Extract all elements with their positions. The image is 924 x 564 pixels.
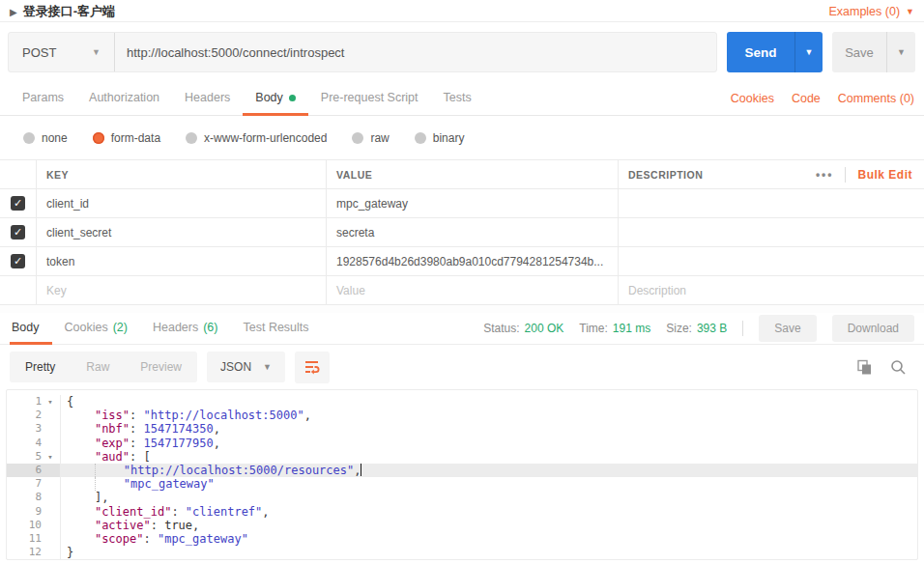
collapse-arrow-icon[interactable]: ▶ <box>10 7 17 17</box>
radio-icon <box>415 132 426 144</box>
language-select[interactable]: JSON ▼ <box>207 352 285 382</box>
body-mode-form-data[interactable]: form-data <box>93 131 160 145</box>
description-cell[interactable] <box>619 218 924 246</box>
code-line[interactable]: 11 "scope": "mpc_gateway" <box>7 532 917 546</box>
link-comments-[interactable]: Comments (0) <box>838 92 914 105</box>
key-cell[interactable]: token <box>37 247 327 275</box>
row-checkbox[interactable]: ✓ <box>11 225 25 240</box>
row-check-cell: ✓ <box>0 247 37 275</box>
line-content: } <box>61 546 73 559</box>
code-line[interactable]: 10 "active": true, <box>7 519 917 532</box>
description-cell[interactable] <box>619 247 924 275</box>
description-header-label: DESCRIPTION <box>628 169 703 181</box>
body-mode-none[interactable]: none <box>23 131 68 145</box>
response-tab-headers[interactable]: Headers(6) <box>140 313 231 345</box>
tab-label: Tests <box>444 91 472 104</box>
more-options-icon[interactable]: ••• <box>816 168 834 182</box>
line-number: 10 <box>7 519 42 532</box>
response-tab-test-results[interactable]: Test Results <box>230 313 321 345</box>
bulk-edit-link[interactable]: Bulk Edit <box>857 168 912 182</box>
save-response-button[interactable]: Save <box>759 315 816 342</box>
tab-authorization[interactable]: Authorization <box>76 82 172 116</box>
line-content: "mpc_gateway" <box>61 477 215 491</box>
line-content: ], <box>61 491 108 504</box>
code-line[interactable]: 3 "nbf": 1547174350, <box>7 422 917 436</box>
method-select[interactable]: POST ▼ <box>9 33 115 71</box>
code-line[interactable]: 5▾ "aud": [ <box>7 450 917 464</box>
send-button[interactable]: Send <box>727 32 794 72</box>
line-number: 7 <box>7 477 42 491</box>
code-line[interactable]: 7 "mpc_gateway" <box>7 477 917 491</box>
key-cell[interactable]: client_id <box>37 189 327 217</box>
code-area[interactable]: 1▾{2 "iss": "http://localhost:5000",3 "n… <box>6 389 918 560</box>
view-mode-preview[interactable]: Preview <box>125 352 197 382</box>
meta-value: 200 OK <box>525 322 564 335</box>
send-options-caret[interactable]: ▼ <box>794 32 823 72</box>
line-number: 8 <box>7 491 42 504</box>
response-tab-label: Cookies <box>65 321 108 334</box>
code-line[interactable]: 9 "client_id": "clientref", <box>7 505 917 519</box>
code-line[interactable]: 2 "iss": "http://localhost:5000", <box>7 409 917 422</box>
count-badge: (6) <box>203 321 217 334</box>
tab-headers[interactable]: Headers <box>172 82 243 116</box>
tab-body[interactable]: Body <box>243 82 308 116</box>
code-line[interactable]: 6 "http://localhost:5000/resources", <box>7 464 917 477</box>
code-line[interactable]: 12} <box>7 546 917 559</box>
description-cell[interactable] <box>619 189 924 217</box>
wrap-lines-icon <box>303 359 321 375</box>
link-cookies[interactable]: Cookies <box>731 92 774 105</box>
method-url-group: POST ▼ <box>8 32 717 72</box>
meta-value: 191 ms <box>613 322 650 335</box>
key-input[interactable]: Key <box>37 276 327 304</box>
body-mode-x-www-form-urlencoded[interactable]: x-www-form-urlencoded <box>186 131 327 145</box>
save-request-button[interactable]: Save <box>832 32 886 72</box>
tab-pre-request-script[interactable]: Pre-request Script <box>308 82 431 116</box>
description-input[interactable]: Description <box>619 276 924 304</box>
download-response-button[interactable]: Download <box>832 315 914 342</box>
tab-tests[interactable]: Tests <box>431 82 484 116</box>
code-line[interactable]: 4 "exp": 1547177950, <box>7 437 917 450</box>
examples-dropdown[interactable]: Examples (0) ▼ <box>828 5 914 18</box>
section-gap <box>0 305 924 313</box>
save-options-caret[interactable]: ▼ <box>886 32 915 72</box>
body-mode-label: x-www-form-urlencoded <box>204 131 327 145</box>
column-header-value: VALUE <box>327 160 619 188</box>
count-badge: (2) <box>113 321 128 334</box>
view-mode-pretty[interactable]: Pretty <box>10 352 71 382</box>
code-line[interactable]: 8 ], <box>7 491 917 504</box>
body-mode-binary[interactable]: binary <box>415 131 465 145</box>
value-cell[interactable]: secreta <box>327 218 619 246</box>
table-row: ✓client_idmpc_gateway <box>0 189 924 218</box>
response-tab-body[interactable]: Body <box>10 313 52 345</box>
fold-caret-icon[interactable]: ▾ <box>42 395 59 409</box>
value-cell[interactable]: 1928576d4b26d3980ab9a010cd7794281254734b… <box>327 247 619 275</box>
line-number: 4 <box>7 437 42 450</box>
request-title[interactable]: 登录接口-客户端 <box>23 3 115 20</box>
fold-caret-icon[interactable]: ▾ <box>42 450 59 464</box>
copy-icon[interactable] <box>856 359 873 376</box>
response-header: BodyCookies(2)Headers(6)Test Results Sta… <box>0 313 924 345</box>
code-line[interactable]: 1▾{ <box>7 395 917 409</box>
row-checkbox[interactable]: ✓ <box>11 254 25 268</box>
value-input[interactable]: Value <box>327 276 619 304</box>
divider <box>742 321 743 336</box>
body-mode-raw[interactable]: raw <box>352 131 389 145</box>
value-cell[interactable]: mpc_gateway <box>327 189 619 217</box>
row-checkbox[interactable]: ✓ <box>11 196 25 211</box>
line-content: "scope": "mpc_gateway" <box>61 532 248 546</box>
table-row: ✓client_secretsecreta <box>0 218 924 247</box>
view-mode-raw[interactable]: Raw <box>71 352 125 382</box>
link-code[interactable]: Code <box>792 92 821 105</box>
response-tab-cookies[interactable]: Cookies(2) <box>52 313 140 345</box>
wrap-lines-button[interactable] <box>295 352 330 383</box>
table-row: ✓token1928576d4b26d3980ab9a010cd77942812… <box>0 247 924 276</box>
tab-params[interactable]: Params <box>10 82 76 116</box>
key-cell[interactable]: client_secret <box>37 218 327 246</box>
url-input[interactable] <box>115 33 716 71</box>
radio-icon <box>352 132 363 144</box>
search-icon[interactable] <box>890 359 907 376</box>
chevron-down-icon: ▼ <box>897 47 906 57</box>
tab-label: Params <box>22 91 64 104</box>
gutter: 3 <box>7 422 61 436</box>
line-content: "client_id": "clientref", <box>61 505 270 519</box>
